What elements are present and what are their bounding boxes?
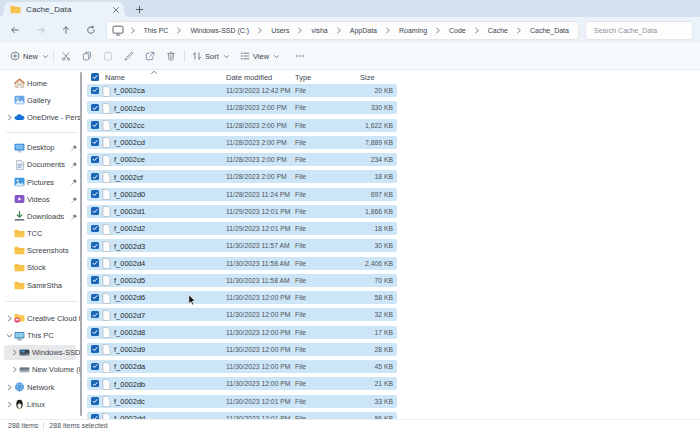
folder-icon <box>14 280 25 291</box>
file-row[interactable]: f_0002d411/30/2023 11:58 AMFile2,406 KB <box>84 256 700 273</box>
column-header-name[interactable]: Name <box>105 73 125 82</box>
back-button[interactable] <box>7 22 23 38</box>
file-row[interactable]: f_0002d311/30/2023 11:57 AMFile30 KB <box>84 239 700 256</box>
row-checkbox[interactable] <box>91 276 99 284</box>
row-checkbox[interactable] <box>91 104 99 112</box>
file-row[interactable]: f_0002cd11/28/2023 2:00 PMFile7,889 KB <box>84 135 700 152</box>
file-row[interactable]: f_0002d111/29/2023 12:01 PMFile1,866 KB <box>84 204 700 221</box>
sidebar-item-stock[interactable]: Stock <box>0 259 84 276</box>
sidebar-item-home[interactable]: Home <box>0 75 84 92</box>
search-box[interactable]: Search Cache_Data <box>585 21 693 40</box>
breadcrumb-item[interactable]: Roaming <box>394 27 433 34</box>
row-checkbox[interactable] <box>91 138 99 146</box>
row-checkbox[interactable] <box>91 363 99 371</box>
row-checkbox[interactable] <box>91 259 99 267</box>
tab-close-icon[interactable] <box>111 5 121 15</box>
sidebar-item-this-pc[interactable]: This PC <box>0 327 84 344</box>
row-checkbox[interactable] <box>91 242 99 250</box>
breadcrumb-item[interactable]: AppData <box>344 27 382 34</box>
row-checkbox[interactable] <box>91 190 99 198</box>
file-row[interactable]: f_0002d211/29/2023 12:01 PMFile18 KB <box>84 222 700 239</box>
chevron-right-icon[interactable] <box>6 315 13 322</box>
breadcrumb-item[interactable]: Cache <box>482 27 513 34</box>
file-row[interactable]: f_0002cf11/28/2023 2:00 PMFile18 KB <box>84 170 700 187</box>
file-row[interactable]: f_0002d611/30/2023 12:00 PMFile58 KB <box>84 291 700 308</box>
file-row[interactable]: f_0002db11/30/2023 12:00 PMFile21 KB <box>84 377 700 394</box>
row-checkbox[interactable] <box>91 173 99 181</box>
rename-button[interactable] <box>124 43 134 69</box>
cut-button[interactable] <box>61 43 71 69</box>
chevron-right-icon[interactable] <box>6 401 13 408</box>
sidebar-item-new-volume-d[interactable]: New Volume (D:) <box>0 361 84 378</box>
row-checkbox[interactable] <box>91 225 99 233</box>
select-all-checkbox[interactable] <box>91 73 99 81</box>
sidebar-scrollbar[interactable] <box>80 72 82 416</box>
sidebar-item-downloads[interactable]: Downloads <box>0 208 84 225</box>
share-button[interactable] <box>145 43 155 69</box>
sidebar-item-windows-ssd-c[interactable]: Windows-SSD (C:) <box>0 344 84 361</box>
sidebar-item-creative-cloud-files[interactable]: Creative Cloud Files <box>0 310 84 327</box>
sidebar-item-gallery[interactable]: Gallery <box>0 92 84 109</box>
row-checkbox[interactable] <box>91 380 99 388</box>
breadcrumb-item[interactable]: visha <box>306 27 333 34</box>
breadcrumb-item[interactable]: This PC <box>138 27 174 34</box>
breadcrumb-item[interactable]: Cache_Data <box>525 27 575 34</box>
row-checkbox[interactable] <box>91 121 99 129</box>
paste-button[interactable] <box>103 43 113 69</box>
breadcrumb-item[interactable]: Users <box>266 27 295 34</box>
row-checkbox[interactable] <box>91 397 99 405</box>
file-row[interactable]: f_0002cb11/28/2023 2:00 PMFile330 KB <box>84 101 700 118</box>
file-size: 1,622 KB <box>324 122 393 129</box>
chevron-down-icon[interactable] <box>6 332 13 339</box>
sidebar-item-linux[interactable]: Linux <box>0 396 84 413</box>
file-row[interactable]: f_0002d911/30/2023 12:00 PMFile28 KB <box>84 342 700 359</box>
file-row[interactable]: f_0002ce11/28/2023 2:00 PMFile234 KB <box>84 153 700 170</box>
sidebar-item-desktop[interactable]: Desktop <box>0 139 84 156</box>
refresh-button[interactable] <box>83 22 99 38</box>
column-header-type[interactable]: Type <box>295 73 311 82</box>
row-checkbox[interactable] <box>91 87 99 95</box>
breadcrumb-item[interactable]: Code <box>444 27 472 34</box>
forward-button[interactable] <box>33 22 49 38</box>
file-row[interactable]: f_0002d511/30/2023 11:58 AMFile70 KB <box>84 273 700 290</box>
new-tab-button[interactable] <box>133 3 145 15</box>
view-button[interactable]: View <box>240 43 280 69</box>
sidebar-item-onedrive-personal[interactable]: OneDrive - Personal <box>0 109 84 126</box>
copy-button[interactable] <box>82 43 92 69</box>
row-checkbox[interactable] <box>91 311 99 319</box>
tab-cache-data[interactable]: Cache_Data <box>4 2 124 17</box>
file-name: f_0002ce <box>114 155 145 164</box>
row-checkbox[interactable] <box>91 207 99 215</box>
row-checkbox[interactable] <box>91 156 99 164</box>
chevron-right-icon[interactable] <box>6 384 13 391</box>
file-row[interactable]: f_0002d011/28/2023 11:24 PMFile697 KB <box>84 187 700 204</box>
new-button[interactable]: New <box>10 43 49 69</box>
chevron-right-icon[interactable] <box>11 349 18 356</box>
sidebar-item-documents[interactable]: Documents <box>0 156 84 173</box>
up-button[interactable] <box>58 22 74 38</box>
address-bar[interactable]: This PCWindows-SSD (C:)UsersvishaAppData… <box>106 21 579 40</box>
more-options-button[interactable] <box>295 43 305 69</box>
file-row[interactable]: f_0002cc11/28/2023 2:00 PMFile1,622 KB <box>84 118 700 135</box>
chevron-right-icon[interactable] <box>11 366 18 373</box>
sidebar-item-screenshots[interactable]: Screenshots <box>0 242 84 259</box>
row-checkbox[interactable] <box>91 345 99 353</box>
file-row[interactable]: f_0002da11/30/2023 12:00 PMFile45 KB <box>84 360 700 377</box>
sidebar-item-samirstha[interactable]: SamirStha <box>0 277 84 294</box>
file-row[interactable]: f_0002ca11/23/2023 12:42 PMFile20 KB <box>84 84 700 101</box>
row-checkbox[interactable] <box>91 294 99 302</box>
column-header-size[interactable]: Size <box>360 73 375 82</box>
sidebar-item-videos[interactable]: Videos <box>0 191 84 208</box>
row-checkbox[interactable] <box>91 328 99 336</box>
breadcrumb-item[interactable]: Windows-SSD (C:) <box>185 27 255 34</box>
file-row[interactable]: f_0002d711/30/2023 12:00 PMFile32 KB <box>84 308 700 325</box>
chevron-right-icon[interactable] <box>6 114 13 121</box>
file-row[interactable]: f_0002d811/30/2023 12:00 PMFile17 KB <box>84 325 700 342</box>
sidebar-item-network[interactable]: Network <box>0 379 84 396</box>
sidebar-item-pictures[interactable]: Pictures <box>0 173 84 190</box>
sort-button[interactable]: Sort <box>192 43 230 69</box>
sidebar-item-tcc[interactable]: TCC <box>0 225 84 242</box>
delete-button[interactable] <box>166 43 176 69</box>
file-row[interactable]: f_0002dc11/30/2023 12:01 PMFile33 KB <box>84 394 700 411</box>
column-header-date[interactable]: Date modified <box>226 73 272 82</box>
